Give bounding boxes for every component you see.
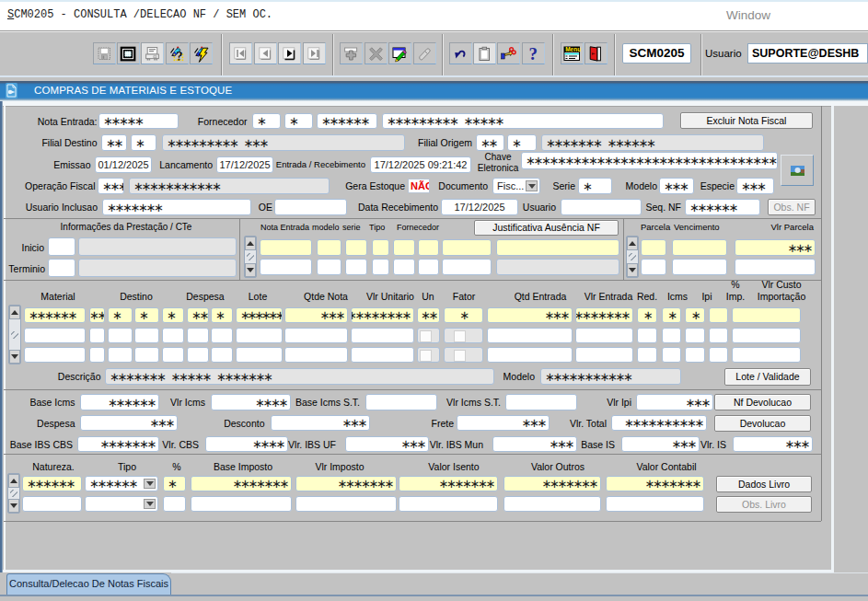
svg-text:Menu: Menu [565,46,581,52]
svg-text:?: ? [528,45,538,63]
